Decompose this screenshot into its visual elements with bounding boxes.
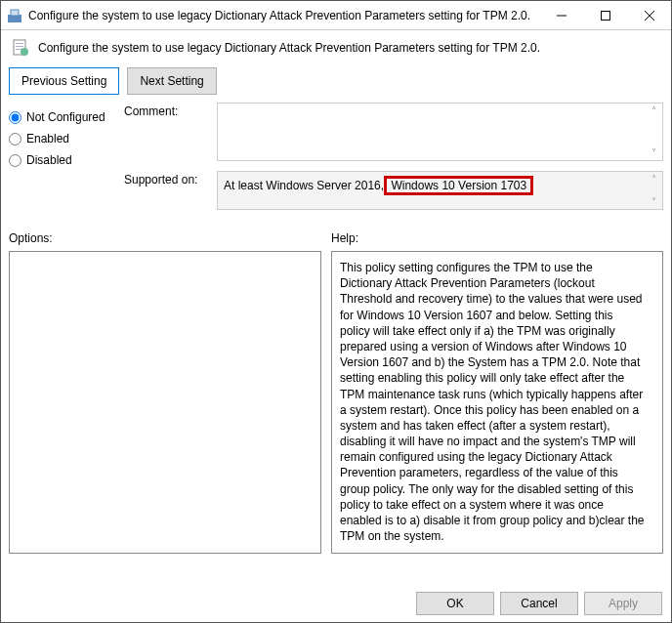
state-radio-group: Not Configured Enabled Disabled [9,103,116,220]
help-column: Help: This policy setting configures the… [331,231,663,554]
next-setting-button[interactable]: Next Setting [127,67,216,95]
svg-point-10 [21,48,28,56]
supported-row: Supported on: At least Windows Server 20… [124,171,663,210]
radio-disabled-label: Disabled [26,153,72,167]
scroll-down-icon[interactable]: ˅ [647,147,660,158]
comment-label: Comment: [124,103,207,161]
apply-button[interactable]: Apply [584,592,662,615]
scroll-down-icon[interactable]: ˅ [647,196,660,207]
window-title: Configure the system to use legacy Dicti… [28,9,539,22]
radio-not-configured-label: Not Configured [26,110,105,124]
svg-rect-9 [16,49,21,50]
help-box: This policy setting configures the TPM t… [331,251,663,554]
comment-textarea[interactable]: ˄ ˅ [217,103,663,161]
dialog-footer: OK Cancel Apply [416,592,662,615]
supported-highlight: Windows 10 Version 1703 [384,176,533,195]
supported-prefix: At least Windows Server 2016, [224,179,384,192]
fields-area: Comment: ˄ ˅ Supported on: At least Wind… [124,103,663,220]
radio-not-configured[interactable]: Not Configured [9,106,116,128]
close-button[interactable] [627,1,671,30]
supported-on-box: At least Windows Server 2016, Windows 10… [217,171,663,210]
radio-disabled[interactable]: Disabled [9,149,116,171]
settings-area: Not Configured Enabled Disabled Comment:… [1,103,671,220]
subtitle-row: Configure the system to use legacy Dicti… [1,30,671,67]
svg-rect-7 [16,43,23,44]
radio-not-configured-input[interactable] [9,111,21,124]
app-icon [7,8,22,23]
ok-button[interactable]: OK [416,592,494,615]
minimize-button[interactable] [539,1,583,30]
svg-rect-1 [11,10,19,16]
radio-disabled-input[interactable] [9,154,21,167]
svg-rect-3 [601,11,609,20]
radio-enabled[interactable]: Enabled [9,128,116,149]
scroll-up-icon[interactable]: ˄ [647,174,660,185]
radio-enabled-input[interactable] [9,133,21,145]
nav-row: Previous Setting Next Setting [1,67,671,103]
comment-row: Comment: ˄ ˅ [124,103,663,161]
maximize-button[interactable] [583,1,627,30]
cancel-button[interactable]: Cancel [500,592,578,615]
options-box [9,251,321,554]
svg-rect-8 [16,46,23,47]
previous-setting-button[interactable]: Previous Setting [9,67,119,95]
scroll-up-icon[interactable]: ˄ [647,105,660,116]
help-text: This policy setting configures the TPM t… [340,261,645,543]
subtitle-text: Configure the system to use legacy Dicti… [38,41,540,55]
titlebar: Configure the system to use legacy Dicti… [1,1,671,30]
policy-icon [11,38,30,58]
lower-area: Options: Help: This policy setting confi… [1,220,671,554]
supported-label: Supported on: [124,171,207,210]
help-label: Help: [331,231,663,251]
radio-enabled-label: Enabled [26,132,69,145]
options-label: Options: [9,231,321,251]
options-column: Options: [9,231,321,554]
